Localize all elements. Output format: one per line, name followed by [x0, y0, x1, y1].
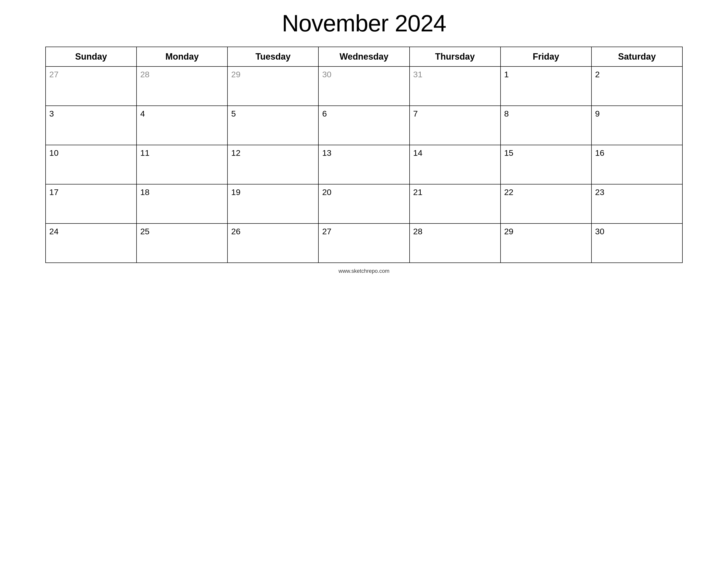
day-number: 27	[49, 70, 59, 79]
day-number: 24	[49, 227, 59, 236]
day-of-week-header: Thursday	[410, 47, 501, 66]
calendar-day-cell[interactable]: 26	[227, 223, 318, 263]
calendar-day-cell[interactable]: 18	[137, 184, 227, 223]
calendar-day-cell[interactable]: 6	[318, 106, 409, 145]
day-number: 29	[231, 70, 240, 79]
calendar-day-cell[interactable]: 3	[46, 106, 137, 145]
calendar-day-cell[interactable]: 23	[591, 184, 682, 223]
calendar-week-row: 272829303112	[46, 66, 682, 106]
calendar-day-cell[interactable]: 10	[46, 145, 137, 184]
calendar-day-cell[interactable]: 28	[137, 66, 227, 106]
day-number: 1	[504, 70, 509, 79]
day-number: 26	[231, 227, 240, 236]
calendar-day-cell[interactable]: 8	[501, 106, 591, 145]
calendar-day-cell[interactable]: 27	[318, 223, 409, 263]
day-number: 22	[504, 187, 514, 197]
day-number: 13	[322, 148, 331, 157]
calendar-day-cell[interactable]: 1	[501, 66, 591, 106]
calendar-day-cell[interactable]: 13	[318, 145, 409, 184]
day-number: 15	[504, 148, 514, 157]
calendar-day-cell[interactable]: 22	[501, 184, 591, 223]
day-number: 16	[595, 148, 604, 157]
day-of-week-header: Friday	[501, 47, 591, 66]
calendar-day-cell[interactable]: 5	[227, 106, 318, 145]
day-number: 28	[413, 227, 423, 236]
day-number: 5	[231, 109, 236, 118]
day-number: 17	[49, 187, 59, 197]
day-number: 21	[413, 187, 423, 197]
calendar-day-cell[interactable]: 15	[501, 145, 591, 184]
calendar-day-cell[interactable]: 2	[591, 66, 682, 106]
day-of-week-header: Sunday	[46, 47, 137, 66]
calendar-day-cell[interactable]: 30	[591, 223, 682, 263]
day-number: 2	[595, 70, 600, 79]
calendar-week-row: 3456789	[46, 106, 682, 145]
calendar-week-row: 10111213141516	[46, 145, 682, 184]
day-number: 23	[595, 187, 604, 197]
calendar-day-cell[interactable]: 12	[227, 145, 318, 184]
calendar-day-cell[interactable]: 30	[318, 66, 409, 106]
day-number: 29	[504, 227, 514, 236]
calendar-day-cell[interactable]: 20	[318, 184, 409, 223]
day-number: 4	[140, 109, 145, 118]
calendar-day-cell[interactable]: 17	[46, 184, 137, 223]
day-number: 8	[504, 109, 509, 118]
day-of-week-header: Monday	[137, 47, 227, 66]
calendar-day-cell[interactable]: 24	[46, 223, 137, 263]
calendar-day-cell[interactable]: 14	[410, 145, 501, 184]
day-of-week-header: Wednesday	[318, 47, 409, 66]
calendar-day-cell[interactable]: 21	[410, 184, 501, 223]
calendar-day-cell[interactable]: 19	[227, 184, 318, 223]
day-number: 25	[140, 227, 150, 236]
calendar-day-cell[interactable]: 7	[410, 106, 501, 145]
day-number: 10	[49, 148, 59, 157]
day-number: 6	[322, 109, 327, 118]
day-number: 20	[322, 187, 331, 197]
calendar-table: SundayMondayTuesdayWednesdayThursdayFrid…	[45, 47, 683, 263]
calendar-day-cell[interactable]: 31	[410, 66, 501, 106]
page-title: November 2024	[282, 10, 446, 37]
calendar-day-cell[interactable]: 28	[410, 223, 501, 263]
days-of-week-row: SundayMondayTuesdayWednesdayThursdayFrid…	[46, 47, 682, 66]
day-number: 11	[140, 148, 150, 157]
day-number: 30	[595, 227, 604, 236]
day-of-week-header: Saturday	[591, 47, 682, 66]
calendar-day-cell[interactable]: 11	[137, 145, 227, 184]
day-number: 3	[49, 109, 54, 118]
calendar-week-row: 24252627282930	[46, 223, 682, 263]
day-number: 12	[231, 148, 240, 157]
day-number: 19	[231, 187, 240, 197]
day-number: 7	[413, 109, 418, 118]
calendar-day-cell[interactable]: 16	[591, 145, 682, 184]
day-of-week-header: Tuesday	[227, 47, 318, 66]
calendar-day-cell[interactable]: 29	[501, 223, 591, 263]
day-number: 18	[140, 187, 150, 197]
calendar-day-cell[interactable]: 27	[46, 66, 137, 106]
calendar-week-row: 17181920212223	[46, 184, 682, 223]
day-number: 28	[140, 70, 150, 79]
day-number: 14	[413, 148, 423, 157]
day-number: 27	[322, 227, 331, 236]
calendar-day-cell[interactable]: 29	[227, 66, 318, 106]
calendar-day-cell[interactable]: 25	[137, 223, 227, 263]
calendar-day-cell[interactable]: 4	[137, 106, 227, 145]
footer-url: www.sketchrepo.com	[339, 268, 389, 274]
calendar-day-cell[interactable]: 9	[591, 106, 682, 145]
day-number: 31	[413, 70, 423, 79]
day-number: 30	[322, 70, 331, 79]
calendar-wrapper: SundayMondayTuesdayWednesdayThursdayFrid…	[45, 47, 683, 263]
day-number: 9	[595, 109, 600, 118]
